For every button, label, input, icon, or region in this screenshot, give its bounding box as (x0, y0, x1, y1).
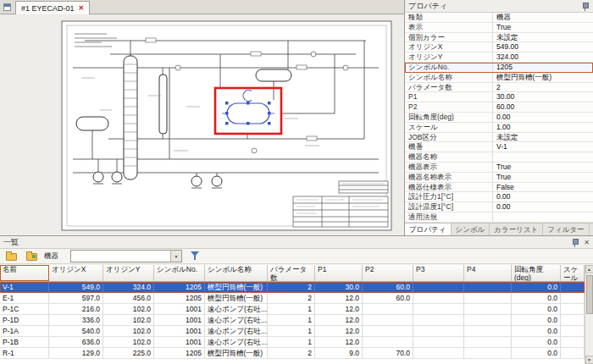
column-header[interactable]: 回転角度(deg) (512, 265, 561, 281)
property-row[interactable]: 機器仕様表示 False (405, 183, 593, 193)
property-label: 種類 (405, 13, 493, 22)
table-cell: 102.0 (103, 315, 154, 325)
property-row[interactable]: 設計温度1[°C] 0.00 (405, 202, 593, 212)
table-cell: 12.0 (315, 315, 363, 325)
property-row[interactable]: 機番 V-1 (405, 142, 593, 152)
table-cell (464, 326, 512, 336)
list-toolbar: 機器 ▼ (0, 249, 593, 264)
property-value: 1.00 (493, 123, 593, 132)
table-row[interactable]: P-1C216.0102.01001遠心ポンプ(右吐...112.00.0 (0, 304, 585, 315)
panel-tab-カラー条件[interactable]: カラー条件 (590, 223, 593, 235)
column-header[interactable]: 名前 (0, 265, 49, 281)
column-header[interactable]: シンボル名称 (205, 265, 268, 281)
scroll-down-icon[interactable]: ▼ (585, 356, 593, 364)
property-row[interactable]: 種類 機器 (405, 13, 593, 23)
panel-tab-シンボル[interactable]: シンボル (452, 223, 490, 235)
open-folder-icon (6, 253, 17, 261)
properties-title: プロパティ (408, 1, 581, 12)
property-row[interactable]: 機器表示 True (405, 163, 593, 173)
table-cell: 60.0 (363, 282, 413, 292)
property-value: 30.00 (493, 92, 593, 102)
property-row[interactable]: P1 30.00 (405, 92, 593, 102)
property-label: 適用法規 (405, 212, 493, 222)
table-cell: 129.0 (49, 348, 103, 358)
property-row[interactable]: 機器名称表示 True (405, 173, 593, 183)
scroll-thumb[interactable] (586, 275, 593, 314)
drawing-canvas[interactable] (0, 15, 404, 235)
property-label: パラメータ数 (405, 83, 493, 92)
table-cell: 1001 (154, 326, 205, 336)
table-row[interactable]: E-1597.0456.01205横型円筒槽(一般)212.060.00.0 (0, 293, 585, 304)
chevron-down-icon[interactable]: ▼ (170, 251, 181, 262)
table-cell: 336.0 (49, 315, 103, 325)
table-cell: 0.0 (512, 348, 561, 358)
column-header[interactable]: スケール (561, 265, 585, 281)
table-cell (413, 282, 464, 292)
property-row[interactable]: JOB区分 未設定 (405, 133, 593, 143)
property-row[interactable]: パラメータ数 2 (405, 83, 593, 93)
list-pin-icon[interactable] (571, 238, 579, 247)
table-cell (363, 326, 413, 336)
property-row[interactable]: P2 60.00 (405, 102, 593, 113)
table-row[interactable]: P-1B636.0102.01001遠心ポンプ(右吐...112.00.0 (0, 337, 585, 348)
property-row[interactable]: スケール 1.00 (405, 123, 593, 133)
property-row[interactable]: 回転角度(deg) 0.00 (405, 113, 593, 123)
property-label: スケール (405, 123, 493, 132)
property-row[interactable]: オリジンY 324.00 (405, 52, 593, 63)
column-header[interactable]: P2 (363, 265, 413, 281)
document-tab-label: #1 EYECAD-01 (21, 4, 75, 13)
selected-vessel (227, 103, 269, 124)
property-row[interactable]: シンボル名称 横型円筒槽(一般) (405, 73, 593, 83)
list-panel: 一覧 ✕ 機器 ▼ 名前オリジンXオリジンYシンボルNo.シンボル名称パラメータ… (0, 235, 593, 364)
table-row[interactable]: P-1D336.0102.01001遠心ポンプ(右吐...112.00.0 (0, 315, 585, 326)
pin-icon[interactable] (581, 2, 590, 11)
tab-close-icon[interactable]: ✕ (79, 4, 85, 12)
table-cell: 横型円筒槽(一般) (205, 348, 268, 358)
column-header[interactable]: シンボルNo. (154, 265, 205, 281)
scroll-up-icon[interactable]: ▲ (585, 265, 593, 273)
column-header[interactable]: P1 (315, 265, 363, 281)
panel-tab-プロパティ[interactable]: プロパティ (405, 223, 452, 235)
panel-tab-カラーリスト[interactable]: カラーリスト (490, 223, 543, 235)
property-row[interactable]: 表示 True (405, 23, 593, 33)
pump-p1a (191, 176, 202, 186)
column-header[interactable]: オリジンX (49, 265, 103, 281)
column-vessel (124, 56, 137, 179)
column-header[interactable]: オリジンY (103, 265, 154, 281)
table-body: V-1549.0324.01205横型円筒槽(一般)230.060.00.0E-… (0, 282, 585, 359)
table-cell: P-1A (0, 326, 49, 336)
table-row[interactable]: V-1549.0324.01205横型円筒槽(一般)230.060.00.0 (0, 282, 585, 293)
open-folder-button[interactable] (3, 250, 19, 262)
document-tab[interactable]: #1 EYECAD-01 ✕ (15, 1, 90, 14)
list-close-icon[interactable]: ✕ (584, 239, 590, 246)
property-row[interactable]: オリジンX 549.00 (405, 42, 593, 52)
table-cell: 225.0 (103, 348, 154, 358)
table-cell (363, 304, 413, 314)
table-cell: 60.0 (363, 293, 413, 303)
property-row[interactable]: シンボルNo. 1205 (405, 63, 593, 73)
property-value: 324.00 (493, 52, 593, 62)
column-header[interactable]: P4 (464, 265, 512, 281)
table-cell: 0.0 (512, 337, 561, 347)
table-cell: 1001 (154, 337, 205, 347)
column-header[interactable]: パラメータ数 (268, 265, 315, 281)
panel-tab-フィルター[interactable]: フィルター (543, 223, 589, 235)
new-folder-button[interactable] (24, 250, 39, 262)
symbol-filter-combo[interactable]: ▼ (70, 250, 182, 262)
table-cell: 456.0 (103, 293, 154, 303)
property-row[interactable]: 適用法規 (405, 212, 593, 223)
table-cell (561, 293, 585, 303)
table-row[interactable]: R-1129.0225.01205横型円筒槽(一般)29.070.00.0 (0, 348, 585, 359)
column-header[interactable]: P3 (413, 265, 464, 281)
table-row[interactable]: P-1A540.0102.01001遠心ポンプ(右吐...112.00.0 (0, 326, 585, 337)
filter-button[interactable] (187, 250, 202, 262)
table-cell (561, 304, 585, 314)
property-label: P2 (405, 102, 493, 112)
property-value: 未設定 (493, 33, 593, 42)
table-cell: 1 (268, 315, 315, 325)
table-cell: 102.0 (103, 326, 154, 336)
property-row[interactable]: 機器名称 (405, 152, 593, 163)
property-row[interactable]: 設計圧力1[°C] 0.00 (405, 192, 593, 202)
vertical-scrollbar[interactable]: ▲ ▼ (585, 265, 593, 364)
property-row[interactable]: 個別カラー 未設定 (405, 33, 593, 43)
